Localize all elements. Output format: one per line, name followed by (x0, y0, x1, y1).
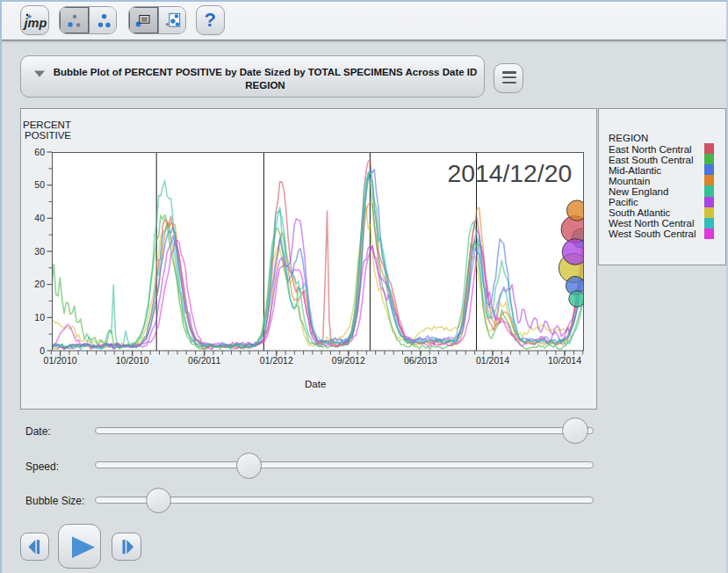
svg-text:10/2010: 10/2010 (116, 355, 149, 366)
svg-text:40: 40 (34, 213, 45, 223)
svg-text:09/2012: 09/2012 (332, 355, 365, 366)
svg-text:0: 0 (40, 345, 45, 356)
svg-text:01/2012: 01/2012 (260, 355, 293, 366)
svg-text:30: 30 (34, 246, 45, 257)
svg-text:10/2014: 10/2014 (548, 355, 581, 366)
svg-text:jmp: jmp (22, 17, 47, 31)
svg-text:Date: Date (305, 379, 326, 389)
svg-text:50: 50 (34, 179, 45, 190)
svg-text:01/2014: 01/2014 (476, 355, 509, 366)
svg-text:06/2013: 06/2013 (404, 355, 437, 366)
svg-text:10: 10 (34, 312, 45, 323)
svg-text:POSITIVE: POSITIVE (25, 130, 71, 141)
svg-text:2014/12/20: 2014/12/20 (448, 159, 573, 187)
svg-text:01/2010: 01/2010 (44, 355, 77, 366)
svg-text:20: 20 (34, 279, 45, 289)
svg-text:60: 60 (34, 147, 45, 157)
svg-text:06/2011: 06/2011 (188, 355, 220, 366)
svg-text:PERCENT: PERCENT (23, 120, 71, 130)
